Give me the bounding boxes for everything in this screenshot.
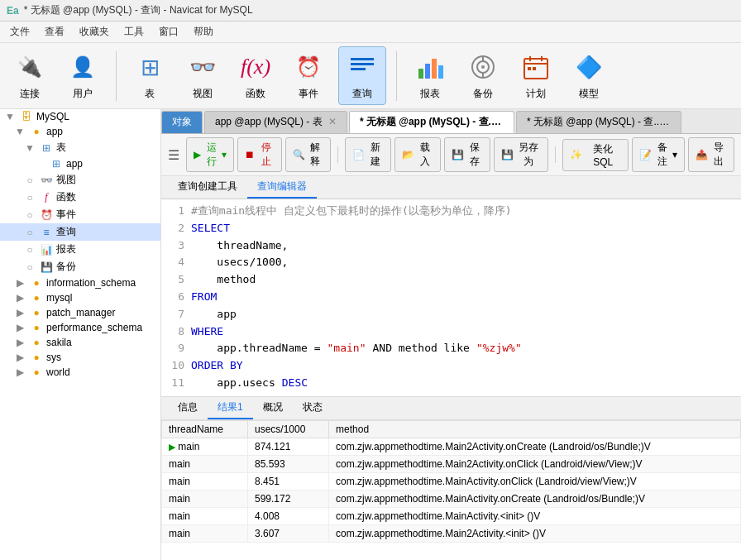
cell-method-5: com.zjw.appmethodtime.MainActivity.<init…: [329, 508, 741, 525]
tree-item-mysql[interactable]: ▼ 🗄 MySQL: [0, 109, 160, 124]
code-kw-where: WHERE: [191, 323, 223, 341]
menu-tools[interactable]: 工具: [117, 23, 151, 41]
rtab-result1[interactable]: 结果1: [208, 397, 253, 419]
tree-item-patch-manager[interactable]: ▶ ● patch_manager: [0, 305, 160, 320]
cell-method-4: com.zjw.appmethodtime.MainActivity.onCre…: [329, 491, 741, 508]
toolbar-table[interactable]: ⊞ 表: [127, 47, 173, 104]
toolbar-view[interactable]: 👓 视图: [179, 47, 226, 104]
table-icon: ⊞: [133, 50, 166, 84]
subtab-editor[interactable]: 查询编辑器: [247, 176, 317, 199]
code-line-9: 9 app.threadName = "main" AND method lik…: [168, 340, 734, 357]
toolbar-connect[interactable]: 🔌 连接: [7, 47, 53, 104]
svg-rect-1: [351, 63, 374, 65]
line-num-8: 8: [168, 323, 184, 341]
toolbar-query[interactable]: 查询: [338, 46, 386, 105]
tree-item-mysql-db[interactable]: ▶ ● mysql: [0, 290, 160, 305]
tree-item-sakila[interactable]: ▶ ● sakila: [0, 335, 160, 350]
tree-item-views[interactable]: ○ 👓 视图: [0, 171, 160, 189]
line-num-11: 11: [168, 375, 184, 392]
code-line-2: 2 SELECT: [168, 220, 734, 237]
menu-help[interactable]: 帮助: [187, 23, 220, 41]
tree-item-funcs[interactable]: ○ f 函数: [0, 189, 160, 206]
schedule-icon: [519, 50, 552, 84]
new-button[interactable]: 📄 新建: [345, 137, 391, 172]
tree-item-sys[interactable]: ▶ ● sys: [0, 350, 160, 365]
toolbar-sep1: [116, 51, 117, 101]
tabs-row: 对象 app @app (MySQL) - 表 ✕ * 无标题 @app (My…: [161, 109, 741, 134]
tab-query-active[interactable]: * 无标题 @app (MySQL) - 查... ✕: [349, 111, 514, 133]
explain-icon: 🔍: [293, 149, 305, 160]
tree-item-events[interactable]: ○ ⏰ 事件: [0, 206, 160, 223]
run-button[interactable]: ▶ 运行 ▾: [186, 137, 234, 172]
mysql-db-icon: 🗄: [20, 111, 33, 122]
tree-item-app[interactable]: ▼ ● app: [0, 124, 160, 139]
rtab-overview[interactable]: 概况: [253, 397, 293, 419]
perf-expand-icon: ▶: [13, 322, 26, 333]
code-kw-select: SELECT: [191, 220, 230, 237]
toolbar-event[interactable]: ⏰ 事件: [285, 47, 332, 104]
code-line-1: 1 #查询main线程中 自定义包下最耗时的操作(以毫秒为单位，降序): [168, 203, 734, 220]
tree-item-performance-schema[interactable]: ▶ ● performance_schema: [0, 320, 160, 335]
connect-label: 连接: [20, 87, 40, 101]
tab-objects[interactable]: 对象: [161, 111, 203, 133]
toolbar-backup[interactable]: 备份: [460, 47, 506, 104]
toolbar-sep-query2: [555, 146, 556, 163]
code-line-7: 7 app: [168, 306, 734, 323]
tree-item-queries[interactable]: ○ ≡ 查询: [0, 223, 160, 241]
app-table-icon: ⊞: [50, 158, 63, 170]
rtab-info[interactable]: 信息: [168, 397, 208, 419]
toolbar-report[interactable]: 报表: [407, 47, 453, 104]
toolbar-func[interactable]: f(x) 函数: [232, 47, 279, 104]
toolbar-schedule[interactable]: 计划: [513, 47, 559, 104]
app-db-icon: ●: [30, 126, 43, 137]
tree-item-information-schema[interactable]: ▶ ● information_schema: [0, 275, 160, 290]
export-button[interactable]: 📤 导出: [688, 137, 734, 172]
save-as-button[interactable]: 💾 另存为: [494, 137, 549, 172]
mysql-db-expand-icon: ▶: [13, 292, 26, 304]
row-arrow-icon: ▶: [169, 442, 175, 452]
load-button[interactable]: 📂 载入: [394, 137, 441, 172]
tab-query2-label: * 无标题 @app (MySQL) - 查...: [527, 116, 669, 127]
beautify-button[interactable]: ✨ 美化 SQL: [562, 139, 629, 171]
world-expand-icon: ▶: [13, 366, 26, 378]
tab-query2-close[interactable]: ✕: [668, 116, 676, 127]
code-line-8: 8 WHERE: [168, 323, 734, 341]
funcs-folder-icon: f: [40, 191, 53, 203]
toolbar-user[interactable]: 👤 用户: [60, 47, 106, 104]
tree-item-app-table[interactable]: ⊞ app: [0, 156, 160, 171]
menu-file[interactable]: 文件: [3, 23, 36, 41]
cell-method-3: com.zjw.appmethodtime.MainActivity.onCli…: [329, 473, 741, 491]
svg-rect-4: [425, 64, 430, 79]
code-where-clause: app.threadName =: [191, 340, 321, 357]
code-str-main: "main": [327, 340, 366, 357]
menu-favorites[interactable]: 收藏夹: [73, 23, 116, 41]
cell-threadname-4: main: [162, 491, 248, 508]
save-button[interactable]: 💾 保存: [444, 137, 490, 172]
table-row: main 599.172 com.zjw.appmethodtime.MainA…: [162, 491, 741, 508]
tab-table[interactable]: app @app (MySQL) - 表 ✕: [204, 111, 347, 133]
stop-button[interactable]: ⏹ 停止: [237, 137, 281, 172]
comment-button[interactable]: 📝 备注 ▾: [632, 137, 685, 172]
cell-method: com.zjw.appmethodtime.Main2Activity.onCr…: [329, 438, 741, 456]
toolbar-model[interactable]: 🔷 模型: [566, 47, 612, 104]
tab-query2[interactable]: * 无标题 @app (MySQL) - 查... ✕: [516, 111, 681, 133]
subtab-build[interactable]: 查询创建工具: [168, 176, 247, 199]
svg-rect-16: [528, 67, 531, 70]
tree-item-backup[interactable]: ○ 💾 备份: [0, 258, 160, 275]
perf-schema-label: performance_schema: [46, 322, 142, 333]
save-as-icon: 💾: [501, 149, 514, 160]
tab-table-close[interactable]: ✕: [328, 116, 337, 127]
code-editor[interactable]: 1 #查询main线程中 自定义包下最耗时的操作(以毫秒为单位，降序) 2 SE…: [161, 199, 741, 396]
cell-usecs-5: 4.008: [247, 508, 328, 525]
menu-view[interactable]: 查看: [38, 23, 71, 41]
run-icon: ▶: [194, 149, 201, 160]
code-line-4: 4 usecs/1000,: [168, 254, 734, 271]
tab-query-active-close[interactable]: ✕: [503, 116, 511, 127]
menu-window[interactable]: 窗口: [152, 23, 185, 41]
explain-button[interactable]: 🔍 解释: [285, 137, 332, 172]
tree-item-world[interactable]: ▶ ● world: [0, 365, 160, 380]
rtab-status[interactable]: 状态: [293, 397, 332, 419]
tree-item-tables-folder[interactable]: ▼ ⊞ 表: [0, 139, 160, 156]
hamburger-icon: ☰: [168, 147, 179, 163]
tree-item-reports[interactable]: ○ 📊 报表: [0, 241, 160, 258]
